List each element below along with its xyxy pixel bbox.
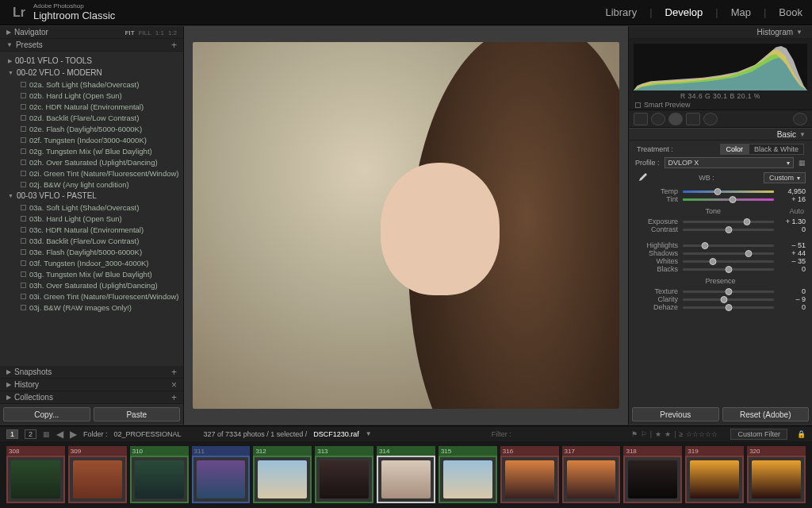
preset-item[interactable]: 03b. Hard Light (Open Sun) [5, 213, 183, 224]
loupe-view[interactable] [184, 26, 628, 425]
crop-tool-icon[interactable] [634, 113, 648, 125]
preset-folder[interactable]: ▼00-03 VFLO - PASTEL [5, 190, 183, 202]
slider-knob[interactable] [730, 196, 737, 203]
second-window-button[interactable]: 2 [25, 429, 36, 439]
preset-item[interactable]: 02d. Backlit (Flare/Low Contrast) [5, 112, 183, 123]
presets-header[interactable]: ▼ Presets + [0, 39, 183, 52]
module-book[interactable]: Book [779, 6, 802, 18]
graduated-filter-tool-icon[interactable] [686, 113, 700, 125]
folder-name[interactable]: 02_PROFESSIONAL [114, 430, 182, 438]
histogram[interactable]: R 34.6 G 30.1 B 20.1 % Smart Preview [629, 39, 812, 110]
reset-button[interactable]: Reset (Adobe) [722, 407, 810, 421]
preset-item[interactable]: 02c. HDR Natural (Environmental) [5, 101, 183, 112]
previous-button[interactable]: Previous [632, 407, 719, 421]
preset-item[interactable]: 03c. HDR Natural (Environmental) [5, 224, 183, 235]
filmstrip-thumb[interactable]: 318 [623, 446, 682, 503]
slider-track[interactable] [683, 221, 774, 223]
slider-value[interactable]: – 9 [779, 295, 806, 303]
preset-item[interactable]: 03d. Backlit (Flare/Low Contrast) [5, 235, 183, 246]
slider-value[interactable]: 0 [779, 225, 806, 233]
preset-item[interactable]: 03e. Flash (Daylight/5000-6000K) [5, 246, 183, 257]
slider-knob[interactable] [720, 296, 727, 303]
preset-item[interactable]: 02g. Tungsten Mix (w/ Blue Daylight) [5, 145, 183, 156]
adjustment-brush-tool-icon[interactable] [793, 113, 807, 125]
profile-select[interactable]: DVLOP X▾ [665, 157, 794, 168]
treatment-bw-button[interactable]: Black & White [749, 144, 804, 155]
slider-knob[interactable] [701, 242, 708, 249]
slider-value[interactable]: 0 [779, 265, 806, 273]
next-photo-button[interactable]: ▶ [70, 429, 77, 440]
redeye-tool-icon[interactable] [668, 113, 683, 125]
slider-knob[interactable] [725, 304, 732, 311]
preset-item[interactable]: 03g. Tungsten Mix (w/ Blue Daylight) [5, 268, 183, 279]
preset-item[interactable]: 03j. B&W (RAW Images Only!) [5, 302, 183, 313]
preset-folder[interactable]: ▶00-01 VFLO - TOOLS [5, 55, 183, 67]
filmstrip-thumb[interactable]: 310 [130, 446, 189, 503]
preset-item[interactable]: 03f. Tungsten (Indoor_3000-4000K) [5, 257, 183, 268]
preset-item[interactable]: 03i. Green Tint (Nature/Fluorescent/Wind… [5, 291, 183, 302]
treatment-color-button[interactable]: Color [720, 144, 749, 155]
preset-item[interactable]: 02e. Flash (Daylight/5000-6000K) [5, 123, 183, 134]
filmstrip-thumb[interactable]: 314 [377, 446, 435, 503]
slider-track[interactable] [683, 298, 774, 301]
preset-item[interactable]: 03h. Over Saturated (Uplight/Dancing) [5, 279, 183, 291]
slider-knob[interactable] [709, 258, 716, 265]
preset-item[interactable]: 02a. Soft Light (Shade/Overcast) [5, 79, 183, 90]
main-window-button[interactable]: 1 [6, 429, 18, 439]
rating-filter-icon[interactable]: ★ [665, 430, 671, 438]
presets-list[interactable]: ▶00-01 VFLO - TOOLS▼00-02 VFLO - MODERN0… [0, 52, 183, 366]
paste-button[interactable]: Paste [94, 407, 181, 421]
histogram-header[interactable]: Histogram ▼ [629, 26, 812, 39]
filmstrip-thumb[interactable]: 316 [500, 446, 559, 503]
preset-item[interactable]: 02h. Over Saturated (Uplight/Dancing) [5, 156, 183, 167]
collections-header[interactable]: ▶ Collections+ [0, 391, 183, 404]
auto-tone-button[interactable]: Auto [789, 207, 804, 215]
zoom-1-1[interactable]: 1:1 [155, 29, 164, 37]
preset-item[interactable]: 02f. Tungsten (Indoor/3000-4000K) [5, 134, 183, 145]
filmstrip-thumb[interactable]: 320 [747, 446, 806, 503]
navigator-header[interactable]: ▶ Navigator FITFILL1:11:2 [0, 26, 183, 39]
rating-ge-icon[interactable]: ≥ [680, 430, 684, 438]
wb-select[interactable]: Custom▾ [764, 172, 806, 183]
snapshots-header[interactable]: ▶ Snapshots+ [0, 366, 183, 379]
smart-preview-indicator[interactable]: Smart Preview [635, 101, 691, 109]
slider-knob[interactable] [725, 288, 732, 295]
spot-removal-tool-icon[interactable] [651, 113, 665, 125]
slider-track[interactable] [683, 252, 774, 255]
slider-value[interactable]: 0 [779, 303, 806, 311]
slider-value[interactable]: 0 [779, 287, 806, 295]
zoom-fit[interactable]: FIT [125, 29, 135, 37]
flag-rejected-icon[interactable]: ⚐ [641, 430, 647, 438]
slider-value[interactable]: + 1.30 [779, 217, 806, 225]
custom-filter-select[interactable]: Custom Filter [730, 429, 787, 440]
radial-filter-tool-icon[interactable] [703, 113, 718, 125]
filmstrip-thumb[interactable]: 315 [439, 446, 497, 503]
slider-track[interactable] [683, 229, 774, 231]
slider-value[interactable]: + 44 [779, 249, 806, 257]
slider-track[interactable] [683, 244, 774, 247]
add-collection-icon[interactable]: + [171, 392, 177, 403]
module-develop[interactable]: Develop [665, 6, 703, 18]
rating-filter-icon[interactable]: ★ [655, 430, 661, 438]
slider-track[interactable] [683, 306, 774, 309]
filmstrip-thumb[interactable]: 311 [192, 446, 251, 503]
zoom-1-2[interactable]: 1:2 [168, 29, 177, 37]
filmstrip-thumb[interactable]: 309 [68, 446, 127, 503]
filmstrip-thumb[interactable]: 308 [6, 446, 65, 503]
slider-knob[interactable] [743, 218, 750, 225]
filmstrip[interactable]: 308309310311312313314315316317318319320 [0, 441, 812, 508]
filmstrip-thumb[interactable]: 317 [562, 446, 621, 503]
preset-item[interactable]: 02i. Green Tint (Nature/Fluorescent/Wind… [5, 167, 183, 179]
module-library[interactable]: Library [605, 6, 637, 18]
filmstrip-thumb[interactable]: 313 [315, 446, 373, 503]
prev-photo-button[interactable]: ◀ [56, 429, 63, 440]
slider-knob[interactable] [745, 250, 752, 257]
slider-track[interactable] [683, 198, 774, 201]
slider-value[interactable]: 4,950 [779, 187, 806, 195]
eyedropper-icon[interactable] [635, 171, 649, 185]
copy-button[interactable]: Copy... [3, 407, 90, 421]
clear-history-icon[interactable]: × [171, 379, 177, 391]
slider-knob[interactable] [725, 266, 732, 273]
flag-picked-icon[interactable]: ⚑ [631, 430, 638, 438]
preset-item[interactable]: 03a. Soft Light (Shade/Overcast) [5, 202, 183, 213]
